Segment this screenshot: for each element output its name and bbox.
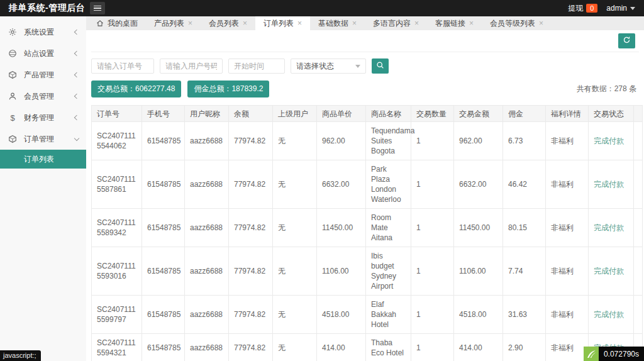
cell-5: 1106.00 [317,247,366,296]
sidebar-item-member-management[interactable]: 会员管理 [0,86,86,107]
cell-4: 无 [273,160,317,209]
user-icon [8,91,18,101]
cell-0: SC24071115593016 [92,247,142,296]
thinkphp-logo-icon[interactable] [584,347,599,361]
cell-4: 无 [273,296,317,334]
tab-product-list[interactable]: 产品列表 × [146,16,201,30]
tab-label: 会员列表 [209,18,239,29]
sidebar-item-order-management[interactable]: 订单管理 [0,128,86,150]
cell-8: 4518.00 [454,296,503,334]
search-icon [376,61,384,71]
tab-service-link[interactable]: 客服链接 × [427,16,482,30]
sidebar-item-order-list[interactable]: 订单列表 [0,150,86,169]
column-header: 商品单价 [317,106,366,122]
cell-7: 1 [411,334,454,361]
column-header: 商品名称 [366,106,411,122]
cell-6: Park Plaza London Waterloo [366,160,411,209]
cell-7: 1 [411,209,454,247]
user-no-input[interactable] [160,58,223,74]
column-header: 订单号 [92,106,142,122]
cell-8: 414.00 [454,334,503,361]
cell-5: 4518.00 [317,296,366,334]
cell-3: 77974.82 [229,247,273,296]
home-icon [96,19,104,27]
cell-10: 非福利 [546,160,589,209]
tab-order-list[interactable]: 订单列表 × [255,16,310,30]
debug-time: 0.072790s [599,347,644,361]
withdraw-label: 提现 [568,3,583,14]
globe-icon [8,48,18,58]
sidebar-item-finance-management[interactable]: $ 财务管理 [0,107,86,128]
cell-9: 2.90 [503,334,546,361]
stats-bar: 交易总额：6062277.48 佣金总额：187839.2 共有数据：278 条 [91,81,639,97]
table-row: SC2407111558786161548785aazz668877974.82… [92,160,643,209]
cell-0: SC24071115589342 [92,209,142,247]
app-title: 排单系统-管理后台 [0,3,90,14]
cell-2: aazz6688 [185,209,229,247]
order-no-input[interactable] [91,58,154,74]
cell-8: 962.00 [454,122,503,160]
sidebar-item-product-management[interactable]: 产品管理 [0,64,86,86]
cell-5: 6632.00 [317,160,366,209]
cell-6: Room Mate Aitana [366,209,411,247]
debug-bar: 0.072790s [584,347,644,361]
sidebar-item-label: 订单管理 [24,134,75,145]
cell-7: 1 [411,160,454,209]
cell-4: 无 [273,209,317,247]
close-icon[interactable]: × [469,19,474,27]
tab-member-level-list[interactable]: 会员等级列表 × [482,16,552,30]
username: admin [606,4,627,13]
search-button[interactable] [372,58,389,74]
box-icon [8,70,18,80]
cell-8: 6632.00 [454,160,503,209]
withdraw-menu[interactable]: 提现 0 [568,3,597,14]
refresh-icon [623,36,631,46]
tab-multilang-content[interactable]: 多语言内容 × [365,16,427,30]
tab-member-list[interactable]: 会员列表 × [201,16,255,30]
tab-my-desktop[interactable]: 我的桌面 [88,16,146,30]
column-header: 余额 [229,106,273,122]
cell-1: 61548785 [142,209,185,247]
close-icon[interactable]: × [414,19,419,27]
table-row: SC2407111559979761548785aazz668877974.82… [92,296,643,334]
cell-6: Tequendama Suites Bogota [366,122,411,160]
cell-7: 1 [411,122,454,160]
cell-1: 61548785 [142,160,185,209]
chevron-down-icon [74,135,79,140]
tab-basic-data[interactable]: 基础数据 × [310,16,365,30]
sidebar-item-site-settings[interactable]: 站点设置 [0,43,86,64]
table-row: SC2407111559432161548785aazz668877974.82… [92,334,643,361]
cell-2: aazz6688 [185,296,229,334]
sidebar-toggle-button[interactable] [90,2,105,14]
tab-label: 基础数据 [318,18,348,29]
cell-10: 非福利 [546,247,589,296]
table-row: SC2407111558934261548785aazz668877974.82… [92,209,643,247]
tab-label: 多语言内容 [373,18,411,29]
close-icon[interactable]: × [188,19,192,27]
close-icon[interactable]: × [539,19,543,27]
chevron-down-icon [630,7,635,10]
user-menu[interactable]: admin [606,4,635,13]
cell-4: 无 [273,122,317,160]
sidebar-item-system-settings[interactable]: 系统设置 [0,21,86,43]
cell-1: 61548785 [142,247,185,296]
close-icon[interactable]: × [352,19,357,27]
cell-0: SC24071115599797 [92,296,142,334]
cell-2: aazz6688 [185,160,229,209]
start-time-input[interactable] [228,58,285,74]
close-icon[interactable]: × [243,19,247,27]
status-select-value: 请选择状态 [296,61,355,72]
cell-11: 完成付款 [589,296,634,334]
table-row: SC2407111554406261548785aazz668877974.82… [92,122,643,160]
status-select[interactable]: 请选择状态 [291,58,366,74]
cell-4: 无 [273,334,317,361]
cell-11: 完成付款 [589,160,634,209]
table-row: SC2407111559301661548785aazz668877974.82… [92,247,643,296]
chevron-left-icon [74,51,79,56]
close-icon[interactable]: × [297,19,302,27]
cell-11: 完成付款 [589,209,634,247]
cell-6: Thaba Eco Hotel [366,334,411,361]
cell-0: SC24071115587861 [92,160,142,209]
cell-4: 无 [273,247,317,296]
refresh-button[interactable] [618,33,635,48]
